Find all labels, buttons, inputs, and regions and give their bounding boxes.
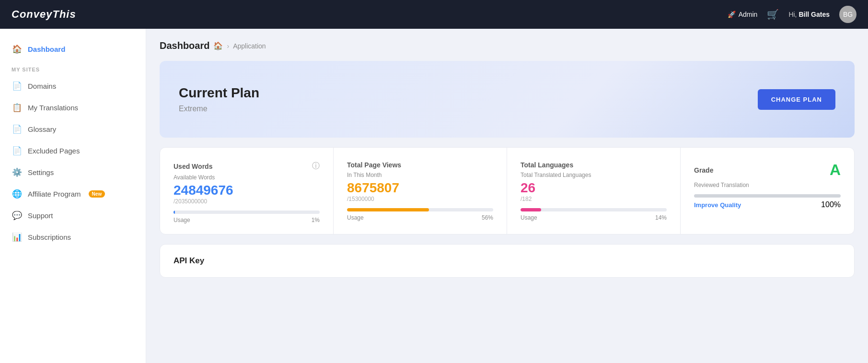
stat-label: Total Page Views: [347, 161, 401, 169]
sidebar-item-my-translations[interactable]: 📋 My Translations: [0, 97, 146, 118]
stat-value: 24849676: [174, 183, 233, 198]
sidebar-item-label: Glossary: [28, 125, 56, 133]
stat-value-row: 8675807: [347, 180, 493, 196]
stat-header: Grade A: [694, 161, 841, 179]
sidebar-item-support[interactable]: 💬 Support: [0, 205, 146, 226]
stat-header: Used Words ⓘ: [174, 161, 320, 171]
progress-bar-bg: [174, 211, 320, 214]
subscriptions-icon: 📊: [12, 232, 22, 242]
domains-icon: 📄: [12, 81, 22, 91]
stat-total: /15300000: [347, 196, 493, 202]
avatar-initials: BG: [843, 11, 853, 18]
stat-sub-label: Total Translated Languages: [521, 172, 667, 178]
sidebar-item-label: Support: [28, 211, 53, 220]
settings-icon: ⚙️: [12, 167, 22, 177]
home-breadcrumb-icon: 🏠: [213, 41, 223, 50]
stat-label: Grade: [694, 166, 713, 174]
stat-card-used-words: Used Words ⓘ Available Words 24849676 /2…: [160, 148, 334, 234]
sidebar-item-subscriptions[interactable]: 📊 Subscriptions: [0, 226, 146, 248]
stat-card-page-views: Total Page Views In This Month 8675807 /…: [334, 148, 507, 234]
usage-label: Usage: [347, 214, 364, 221]
sidebar-item-glossary[interactable]: 📄 Glossary: [0, 118, 146, 140]
plan-card: Current Plan Extreme CHANGE PLAN: [160, 61, 855, 138]
stat-usage-row: Usage 1%: [174, 217, 320, 223]
sidebar-item-settings[interactable]: ⚙️ Settings: [0, 162, 146, 183]
rocket-icon: 🚀: [728, 11, 736, 18]
stats-grid: Used Words ⓘ Available Words 24849676 /2…: [160, 147, 855, 234]
usage-pct: 14%: [655, 214, 667, 221]
stat-value: 8675807: [347, 180, 399, 196]
sidebar-item-label: My Translations: [28, 104, 78, 112]
stat-label: Used Words: [174, 163, 212, 170]
new-badge: New: [89, 190, 105, 198]
sidebar-item-label: Subscriptions: [28, 233, 71, 241]
progress-bar-bg: [347, 208, 493, 211]
api-key-title: API Key: [174, 256, 841, 266]
topnav-right: 🚀 Admin 🛒 Hi, Bill Gates BG: [728, 6, 856, 23]
grade-row: Improve Quality 100%: [694, 200, 841, 209]
stat-card-grade: Grade A Reviewed Translation Improve Qua…: [681, 148, 854, 234]
support-icon: 💬: [12, 211, 22, 221]
usage-pct: 1%: [312, 217, 320, 223]
progress-bar-bg: [521, 208, 667, 211]
affiliate-icon: 🌐: [12, 189, 22, 199]
stat-header: Total Page Views: [347, 161, 493, 169]
sidebar-item-label: Domains: [28, 82, 56, 90]
stat-sub-label: Reviewed Translation: [694, 182, 841, 188]
stat-label: Total Languages: [521, 161, 573, 169]
stat-value-row: 24849676: [174, 183, 320, 198]
change-plan-button[interactable]: CHANGE PLAN: [758, 89, 835, 110]
stat-usage-row: Usage 14%: [521, 214, 667, 221]
admin-link[interactable]: 🚀 Admin: [728, 11, 758, 18]
sidebar-item-dashboard[interactable]: 🏠 Dashboard: [0, 38, 146, 60]
breadcrumb: Dashboard 🏠 › Application: [160, 40, 855, 51]
layout: 🏠 Dashboard MY SITES 📄 Domains 📋 My Tran…: [0, 29, 868, 363]
cart-icon[interactable]: 🛒: [767, 9, 779, 20]
plan-card-left: Current Plan Extreme: [179, 85, 259, 113]
glossary-icon: 📄: [12, 124, 22, 134]
sidebar-item-affiliate-program[interactable]: 🌐 Affiliate Program New: [0, 183, 146, 205]
grade-value: A: [830, 161, 841, 179]
stat-value-row: 26: [521, 180, 667, 196]
home-icon: 🏠: [12, 44, 22, 54]
improve-quality-link[interactable]: Improve Quality: [694, 201, 741, 209]
excluded-pages-icon: 📄: [12, 146, 22, 156]
topnav: ConveyThis 🚀 Admin 🛒 Hi, Bill Gates BG: [0, 0, 868, 29]
breadcrumb-sub: Application: [233, 42, 266, 50]
progress-bar-bg: [694, 194, 841, 198]
sidebar-item-label: Settings: [28, 168, 54, 176]
stat-value: 26: [521, 180, 535, 196]
stat-usage-row: Usage 56%: [347, 214, 493, 221]
progress-bar-fill: [521, 208, 541, 211]
progress-bar-fill: [347, 208, 429, 211]
stat-card-languages: Total Languages Total Translated Languag…: [507, 148, 681, 234]
avatar[interactable]: BG: [839, 6, 856, 23]
greeting-text: Hi, Bill Gates: [788, 11, 830, 18]
translations-icon: 📋: [12, 103, 22, 113]
usage-label: Usage: [174, 217, 190, 223]
stat-sub-label: In This Month: [347, 172, 493, 178]
sidebar: 🏠 Dashboard MY SITES 📄 Domains 📋 My Tran…: [0, 29, 146, 363]
sidebar-item-label: Affiliate Program: [28, 190, 81, 198]
breadcrumb-separator: ›: [227, 42, 229, 50]
progress-bar-fill: [694, 194, 841, 198]
api-key-card: API Key: [160, 244, 855, 278]
main-content: Dashboard 🏠 › Application Current Plan E…: [146, 29, 868, 363]
page-title: Dashboard: [160, 40, 209, 51]
sidebar-item-label: Dashboard: [28, 45, 65, 53]
admin-label: Admin: [739, 11, 758, 18]
logo: ConveyThis: [12, 8, 76, 21]
help-icon[interactable]: ⓘ: [312, 161, 320, 171]
sidebar-item-label: Excluded Pages: [28, 147, 80, 155]
plan-card-title: Current Plan: [179, 85, 259, 101]
sidebar-item-domains[interactable]: 📄 Domains: [0, 75, 146, 97]
usage-pct: 56%: [482, 214, 493, 221]
grade-pct: 100%: [821, 200, 841, 209]
progress-bar-fill: [174, 211, 175, 214]
stat-total: /182: [521, 196, 667, 202]
sidebar-item-excluded-pages[interactable]: 📄 Excluded Pages: [0, 140, 146, 162]
plan-name: Extreme: [179, 105, 259, 113]
usage-label: Usage: [521, 214, 537, 221]
stat-header: Total Languages: [521, 161, 667, 169]
stat-total: /2035000000: [174, 198, 320, 205]
